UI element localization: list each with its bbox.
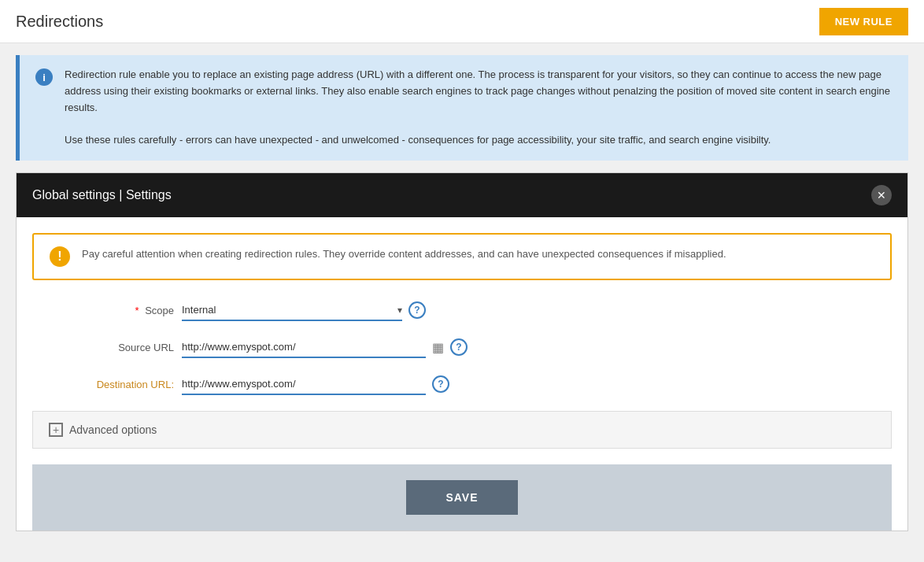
settings-panel: Global settings | Settings ✕ ! Pay caref…	[16, 172, 908, 531]
scope-input-wrapper: Internal External ?	[182, 300, 426, 321]
settings-header: Global settings | Settings ✕	[17, 173, 907, 217]
source-input-wrapper: ▦ ?	[182, 337, 468, 358]
scope-row: * Scope Internal External ?	[32, 300, 892, 321]
advanced-options-label: Advanced options	[69, 423, 157, 436]
save-button[interactable]: SAVE	[406, 480, 517, 515]
page-icon[interactable]: ▦	[432, 340, 444, 355]
info-text-line1: Redirection rule enable you to replace a…	[65, 68, 890, 113]
destination-url-row: Destination URL: ?	[32, 374, 892, 395]
source-url-row: Source URL ▦ ?	[32, 337, 892, 358]
settings-body: ! Pay careful attention when creating re…	[17, 217, 907, 464]
scope-select[interactable]: Internal External	[182, 300, 402, 321]
source-label: Source URL	[48, 342, 174, 353]
destination-label: Destination URL:	[48, 379, 174, 390]
source-url-input[interactable]	[182, 337, 426, 358]
top-bar: Redirections NEW RULE	[0, 0, 924, 43]
destination-help-icon[interactable]: ?	[432, 375, 449, 393]
save-bar: SAVE	[32, 464, 892, 531]
source-help-icon[interactable]: ?	[450, 338, 468, 356]
warning-icon: !	[50, 246, 70, 267]
warning-box: ! Pay careful attention when creating re…	[32, 233, 892, 280]
new-rule-button[interactable]: NEW RULE	[819, 8, 908, 35]
info-banner: i Redirection rule enable you to replace…	[16, 55, 908, 161]
destination-url-input[interactable]	[182, 374, 426, 395]
info-icon: i	[35, 68, 53, 86]
info-text: Redirection rule enable you to replace a…	[65, 67, 893, 149]
warning-text: Pay careful attention when creating redi…	[82, 246, 726, 263]
close-button[interactable]: ✕	[871, 185, 892, 205]
plus-icon: +	[49, 423, 63, 437]
scope-help-icon[interactable]: ?	[408, 301, 426, 319]
required-star: *	[135, 305, 139, 316]
destination-input-wrapper: ?	[182, 374, 449, 395]
scope-label: * Scope	[48, 305, 174, 316]
settings-title: Global settings | Settings	[32, 188, 172, 202]
advanced-options[interactable]: + Advanced options	[32, 411, 892, 449]
page-title: Redirections	[16, 13, 103, 31]
info-text-line2: Use these rules carefully - errors can h…	[65, 134, 771, 146]
scope-select-wrapper: Internal External	[182, 300, 402, 321]
